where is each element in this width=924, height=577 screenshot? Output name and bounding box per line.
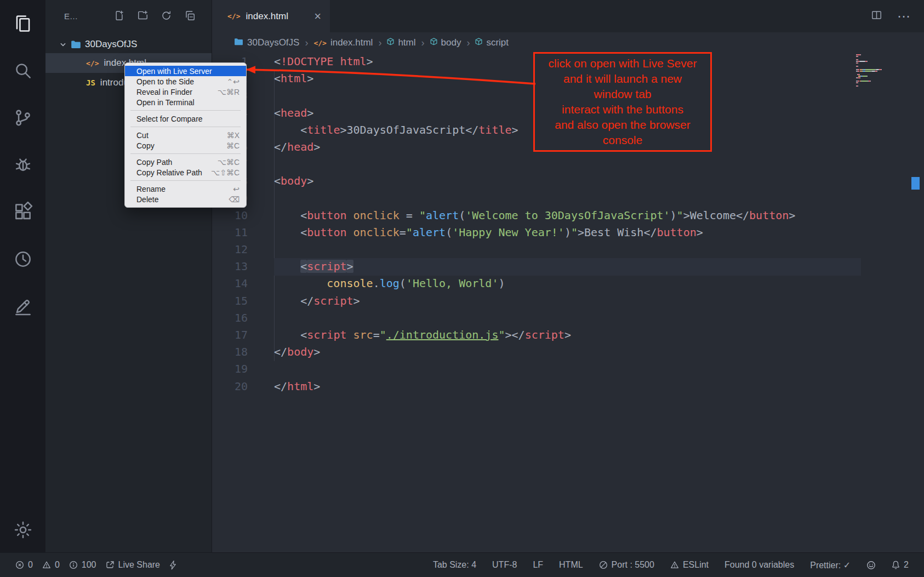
menu-item-cut[interactable]: Cut⌘X: [125, 130, 246, 140]
line-number[interactable]: 19: [212, 361, 248, 378]
code-line-16[interactable]: 16: [212, 310, 924, 327]
status-eslint[interactable]: ESLint: [670, 560, 709, 570]
new-file-icon[interactable]: [114, 10, 124, 22]
status-port[interactable]: Port : 5500: [599, 560, 654, 570]
folder-30daysofjs[interactable]: 30DaysOfJS: [45, 35, 212, 53]
line-content: <head>: [274, 105, 313, 122]
settings-gear-icon[interactable]: [0, 519, 45, 540]
source-control-icon[interactable]: [0, 94, 45, 141]
line-number[interactable]: 13: [212, 258, 248, 275]
line-number[interactable]: 15: [212, 293, 248, 310]
status-language[interactable]: HTML: [559, 560, 583, 570]
menu-item-shortcut: ⌘C: [226, 141, 239, 150]
refresh-icon[interactable]: [161, 10, 172, 22]
breadcrumb-label: 30DaysOfJS: [247, 37, 299, 48]
split-editor-icon[interactable]: [871, 10, 882, 22]
menu-item-copy-relative-path[interactable]: Copy Relative Path⌥⇧⌘C: [125, 167, 246, 178]
breadcrumb-index-html[interactable]: </>index.html: [313, 37, 373, 48]
line-number[interactable]: 20: [212, 378, 248, 395]
code-line-14[interactable]: 14 console.log('Hello, World'): [212, 275, 924, 292]
breadcrumb-html[interactable]: html: [387, 37, 415, 48]
code-line-12[interactable]: 12: [212, 241, 924, 258]
breadcrumb-label: index.html: [330, 37, 373, 48]
code-line-15[interactable]: 15 </script>: [212, 293, 924, 310]
vscode-window: E… 30DaysOfJS: [0, 0, 924, 577]
code-line-10[interactable]: 10 <button onclick = "alert('Welcome to …: [212, 207, 924, 224]
tab-index-html[interactable]: </> index.html ×: [212, 0, 330, 32]
explorer-icon[interactable]: [0, 0, 45, 47]
line-number[interactable]: 12: [212, 241, 248, 258]
breadcrumb-body[interactable]: body: [430, 37, 461, 48]
line-content: <body>: [274, 173, 313, 190]
breadcrumb-30daysofjs[interactable]: 30DaysOfJS: [234, 37, 299, 48]
breadcrumb-label: body: [441, 37, 461, 48]
status-prettier[interactable]: Prettier: ✓: [810, 560, 851, 570]
breadcrumb-script[interactable]: script: [475, 37, 509, 48]
pen-icon[interactable]: [0, 283, 45, 330]
status-encoding[interactable]: UTF-8: [492, 560, 517, 570]
collapse-all-icon[interactable]: [185, 10, 195, 22]
menu-item-delete[interactable]: Delete⌫: [125, 194, 246, 204]
menu-item-copy-path[interactable]: Copy Path⌥⌘C: [125, 157, 246, 167]
menu-item-shortcut: ⌥⌘C: [218, 158, 239, 167]
minimap[interactable]: [856, 54, 911, 87]
code-line-11[interactable]: 11 <button onclick="alert('Happy New Yea…: [212, 224, 924, 241]
activity-bar: [0, 0, 45, 552]
html-file-icon: </>: [227, 12, 240, 20]
status-feedback[interactable]: [866, 561, 876, 570]
menu-item-reveal-in-finder[interactable]: Reveal in Finder⌥⌘R: [125, 87, 246, 97]
code-line-13[interactable]: 13 <script>: [212, 258, 924, 275]
code-line-18[interactable]: 18</body>: [212, 344, 924, 361]
menu-item-open-to-the-side[interactable]: Open to the Side⌃↩: [125, 76, 246, 87]
line-number[interactable]: 16: [212, 310, 248, 327]
menu-item-open-with-live-server[interactable]: Open with Live Server: [125, 66, 246, 76]
breadcrumb: 30DaysOfJS›</>index.html›html›body›scrip…: [212, 32, 924, 53]
annotation-box: click on open with Live Severand it will…: [533, 52, 712, 152]
bell-icon: [892, 561, 900, 569]
status-live-share[interactable]: Live Share: [106, 560, 161, 570]
menu-item-open-in-terminal[interactable]: Open in Terminal: [125, 97, 246, 107]
line-number[interactable]: 17: [212, 327, 248, 344]
lightning-icon: [169, 561, 176, 570]
cube-icon: [430, 37, 437, 48]
search-icon[interactable]: [0, 47, 45, 94]
menu-item-shortcut: ⌘X: [227, 131, 239, 140]
status-notifications[interactable]: 2: [892, 560, 909, 570]
menu-item-select-for-compare[interactable]: Select for Compare: [125, 113, 246, 124]
code-line-19[interactable]: 19: [212, 361, 924, 378]
more-actions-icon[interactable]: ⋯: [897, 9, 911, 24]
status-info[interactable]: 100: [69, 560, 96, 570]
status-errors[interactable]: 0: [15, 560, 33, 570]
status-eol[interactable]: LF: [533, 560, 543, 570]
status-lightning[interactable]: [169, 561, 176, 570]
line-number[interactable]: 11: [212, 224, 248, 241]
code-line-8[interactable]: 8<body>: [212, 173, 924, 190]
menu-item-shortcut: ⌥⌘R: [218, 88, 239, 96]
code-icon: </>: [313, 37, 326, 48]
code-line-9[interactable]: 9: [212, 190, 924, 207]
line-content: </html>: [274, 378, 320, 395]
extensions-icon[interactable]: [0, 188, 45, 236]
line-number[interactable]: 10: [212, 207, 248, 224]
line-content: <script>: [274, 258, 353, 275]
line-content: <!DOCTYPE html>: [274, 53, 373, 70]
line-number[interactable]: 14: [212, 275, 248, 292]
status-variables[interactable]: Found 0 variables: [725, 560, 794, 570]
debug-icon[interactable]: [0, 141, 45, 188]
close-icon[interactable]: ×: [314, 10, 321, 22]
menu-item-label: Rename: [136, 185, 166, 193]
code-line-7[interactable]: 7: [212, 156, 924, 173]
status-tab-size[interactable]: Tab Size: 4: [433, 560, 476, 570]
code-line-20[interactable]: 20</html>: [212, 378, 924, 395]
menu-item-copy[interactable]: Copy⌘C: [125, 140, 246, 151]
menu-item-rename[interactable]: Rename↩: [125, 184, 246, 194]
status-warnings[interactable]: 0: [42, 560, 60, 570]
new-folder-icon[interactable]: [138, 10, 148, 22]
info-icon: [69, 561, 78, 569]
annotation-line: and it will launch a new: [549, 71, 697, 87]
line-number[interactable]: 18: [212, 344, 248, 361]
menu-item-label: Reveal in Finder: [136, 88, 192, 96]
menu-item-label: Open to the Side: [136, 77, 194, 86]
code-line-17[interactable]: 17 <script src="./introduction.js"></scr…: [212, 327, 924, 344]
clock-icon[interactable]: [0, 236, 45, 283]
